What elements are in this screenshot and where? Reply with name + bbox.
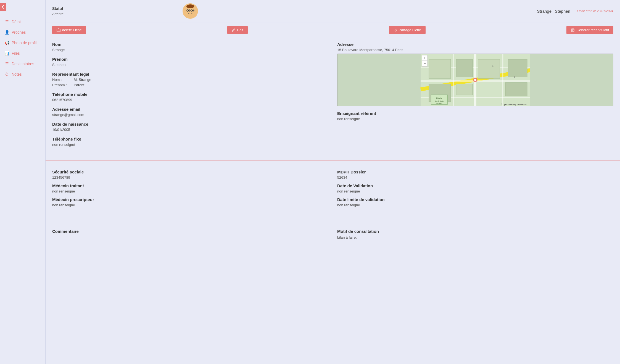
svg-line-6 [194,10,194,10]
map-svg: Hôpital des Enfants Malades + + + [337,54,613,106]
medical-left: Sécurité sociale 123456789 Médecin trait… [52,170,328,211]
prenom-label: Prénom [52,57,328,62]
tel-fixe-label: Téléphone fixe [52,137,328,141]
secu-value: 123456789 [52,175,328,180]
sidebar-item-detail[interactable]: ☰ Détail [0,17,45,27]
divider-1 [46,160,620,161]
svg-point-7 [188,10,189,11]
prenom-group: Prénom Stephen [52,57,328,67]
delete-icon [57,28,60,32]
address-section: Adresse 15 Boulevard Montparnasse, 75014… [337,42,613,152]
svg-rect-19 [478,59,500,78]
prenom-value: Stephen [52,63,328,67]
rep-nom-value: M. Strange [74,78,91,82]
rep-legal-label: Représentant légal [52,72,328,77]
files-icon: 📊 [4,51,9,56]
delete-label: delete Fiche [62,28,82,32]
svg-text:+: + [424,56,426,60]
medical-right: MDPH Dossier 52634 Date de Validation no… [337,170,613,211]
svg-text:Malades: Malades [436,102,442,104]
motif-label: Motif de consultation [337,229,613,234]
sidebar-label-photo: Photo de profil [12,41,36,45]
rep-legal-group: Représentant légal Nom : M. Strange Prén… [52,72,328,87]
nom-group: Nom Strange [52,42,328,52]
dob-group: Date de naissance 19/01/2005 [52,122,328,132]
mdph-value: 52634 [337,175,613,180]
patient-name: Strange Stephen [317,9,570,14]
nom-value: Strange [52,48,328,52]
main-content: Statut Attente [46,0,620,364]
sidebar-item-destinataires[interactable]: ☰ Destinataires [0,59,45,69]
generate-label: Générer récapitulatif [576,28,609,32]
medecin-traitant-label: Médecin traitant [52,183,328,188]
date-validation-label: Date de Validation [337,183,613,188]
share-button[interactable]: Partage Fiche [389,26,426,34]
statut-section: Statut Attente [52,6,64,16]
svg-rect-20 [508,59,527,77]
avatar-section [64,3,317,19]
medecin-traitant-value: non renseigné [52,189,328,193]
date-limite-label: Date limite de validation [337,197,613,202]
tel-mobile-group: Téléphone mobile 0621570899 [52,92,328,102]
medical-section: Sécurité sociale 123456789 Médecin trait… [46,165,620,215]
rep-nom-row: Nom : M. Strange [52,78,328,82]
svg-rect-23 [505,83,527,96]
svg-rect-9 [57,29,60,32]
map[interactable]: Hôpital des Enfants Malades + + + [337,54,613,106]
sidebar-item-files[interactable]: 📊 Files [0,48,45,59]
user-icon: 👤 [4,30,9,35]
sidebar-label-files: Files [12,51,20,56]
dob-value: 19/01/2005 [52,128,328,132]
secu-label: Sécurité sociale [52,170,328,174]
rep-prenom-key: Prénom : [52,83,72,87]
address-label: Adresse [337,42,613,47]
comment-section: Commentaire Motif de consultation bilan … [46,225,620,244]
photo-icon: 📢 [4,40,9,45]
share-label: Partage Fiche [399,28,421,32]
svg-line-5 [186,10,187,10]
rep-nom-key: Nom : [52,78,72,82]
svg-rect-18 [456,59,473,77]
tel-fixe-group: Téléphone fixe non renseigné [52,137,328,147]
notes-icon: ⏱ [4,72,9,77]
date-validation-value: non renseigné [337,189,613,193]
svg-text:des Enfants: des Enfants [435,100,444,102]
enseignant-label: Enseignant référent [337,111,613,116]
svg-text:−: − [424,61,426,66]
personal-info: Nom Strange Prénom Stephen Représentant … [52,42,328,152]
medecin-prescripteur-value: non renseigné [52,203,328,207]
sidebar-item-photo[interactable]: 📢 Photo de profil [0,38,45,48]
address-value: 15 Boulevard Montparnasse, 75014 Paris [337,48,613,52]
medecin-prescripteur-label: Médecin prescripteur [52,197,328,202]
nom-label: Nom [52,42,328,47]
tel-mobile-label: Téléphone mobile [52,92,328,97]
generate-icon [571,28,575,32]
patient-lastname: Strange [537,9,552,14]
svg-point-1 [186,4,194,8]
enseignant-value: non renseigné [337,117,613,121]
sidebar-toggle[interactable] [0,3,6,11]
sidebar-label-notes: Notes [12,72,22,77]
statut-value: Attente [52,12,64,16]
email-group: Adresse email strange@gmail.com [52,107,328,117]
sidebar-label-destinataires: Destinataires [12,62,34,66]
patient-firstname: Stephen [555,9,570,14]
commentaire-label: Commentaire [52,229,328,234]
menu-icon: ☰ [4,19,9,24]
email-label: Adresse email [52,107,328,112]
tel-fixe-value: non renseigné [52,143,328,147]
personal-section: Nom Strange Prénom Stephen Représentant … [46,38,620,156]
email-value: strange@gmail.com [52,113,328,117]
sidebar-item-proches[interactable]: 👤 Proches [0,27,45,38]
sidebar-item-notes[interactable]: ⏱ Notes [0,69,45,80]
statut-label: Statut [52,6,64,11]
personal-address-grid: Nom Strange Prénom Stephen Représentant … [52,42,613,152]
motif-value: bilan à faire. [337,235,613,239]
svg-text:+: + [492,64,494,68]
edit-button[interactable]: Edit [227,26,248,34]
svg-text:Hôpital: Hôpital [436,97,442,99]
address-group: Adresse 15 Boulevard Montparnasse, 75014… [337,42,613,106]
generate-button[interactable]: Générer récapitulatif [566,26,613,34]
delete-button[interactable]: delete Fiche [52,26,86,34]
rep-prenom-value: Parent [74,83,84,87]
